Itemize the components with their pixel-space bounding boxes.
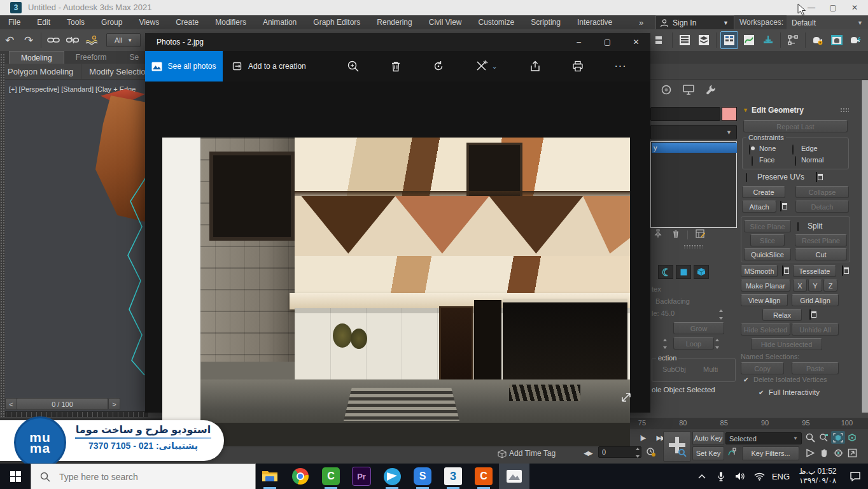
- named-selection-icon[interactable]: [652, 32, 668, 48]
- rollout-header[interactable]: ▼ Edit Geometry: [739, 104, 858, 116]
- max-close-button[interactable]: ✕: [844, 1, 865, 15]
- quickslice-button[interactable]: QuickSlice: [744, 248, 791, 260]
- multi-option[interactable]: Multi: [703, 365, 718, 373]
- workspace-dropdown[interactable]: Default ▼: [787, 15, 868, 29]
- key-selection-dropdown[interactable]: Selected ▼: [725, 432, 802, 444]
- ring-spinner[interactable]: [663, 337, 669, 350]
- set-key-button[interactable]: Set Key: [692, 446, 724, 460]
- menu-scripting[interactable]: Scripting: [522, 15, 569, 29]
- photos-minimize-button[interactable]: –: [564, 33, 593, 51]
- menu-file[interactable]: File: [0, 15, 29, 29]
- constraint-edge-radio[interactable]: [792, 145, 794, 155]
- max-maximize-button[interactable]: ▢: [822, 1, 844, 15]
- redo-icon[interactable]: ↷: [20, 32, 37, 48]
- sign-in-button[interactable]: Sign In ▼: [655, 15, 734, 30]
- photo-image[interactable]: [162, 138, 630, 446]
- undo-icon[interactable]: ↶: [1, 32, 18, 48]
- copy-button[interactable]: Copy: [741, 362, 784, 374]
- make-planar-button[interactable]: Make Planar: [741, 280, 790, 292]
- edit-photo-icon[interactable]: ⌄: [470, 55, 503, 77]
- key-filters-button[interactable]: Key Filters...: [742, 446, 799, 460]
- preserve-uvs-checkbox[interactable]: [746, 173, 747, 182]
- zoom-photo-icon[interactable]: [342, 55, 364, 77]
- paste-button[interactable]: Paste: [792, 362, 839, 374]
- full-interactivity-check-icon[interactable]: ✔: [759, 389, 764, 396]
- menu-customize[interactable]: Customize: [470, 15, 523, 29]
- next-frame-button[interactable]: |▶: [635, 431, 650, 444]
- render-production-icon[interactable]: [848, 32, 864, 48]
- split-checkbox[interactable]: [797, 222, 799, 231]
- pin-stack-icon[interactable]: [654, 229, 662, 240]
- planar-x-button[interactable]: X: [793, 280, 807, 292]
- modifier-stack[interactable]: y: [650, 141, 737, 228]
- ribbon-tab-freeform[interactable]: Freeform: [64, 51, 118, 64]
- tray-chevron-icon[interactable]: [692, 464, 711, 489]
- see-all-photos-button[interactable]: See all photos: [145, 51, 223, 82]
- menu-rendering[interactable]: Rendering: [368, 15, 420, 29]
- zoom-all-icon[interactable]: [817, 431, 831, 444]
- relax-settings-icon[interactable]: [809, 309, 811, 320]
- collapse-button[interactable]: Collapse: [795, 186, 849, 198]
- loop-button[interactable]: Loop: [673, 337, 714, 350]
- zoom-extents-icon[interactable]: [831, 431, 845, 444]
- tray-clock[interactable]: 01:52 ب.ظ ۱۳۹۹/۰۹/۰۸: [793, 467, 843, 486]
- object-color-swatch[interactable]: [722, 107, 737, 121]
- by-angle-spinner[interactable]: [719, 308, 725, 321]
- taskbar-search[interactable]: [31, 464, 256, 489]
- hide-unselected-button[interactable]: Hide Unselected: [751, 338, 822, 350]
- wifi-icon[interactable]: [750, 464, 769, 489]
- msmooth-settings-icon[interactable]: [782, 266, 783, 276]
- planar-y-button[interactable]: Y: [808, 280, 822, 292]
- menu-create[interactable]: Create: [167, 15, 207, 29]
- menu-animation[interactable]: Animation: [255, 15, 305, 29]
- taskbar-file-explorer[interactable]: [255, 464, 285, 489]
- schematic-view-icon[interactable]: [760, 32, 776, 48]
- taskbar-photos[interactable]: [499, 464, 529, 489]
- grow-button[interactable]: Grow: [673, 322, 724, 334]
- set-keys-button[interactable]: [663, 431, 691, 462]
- command-panel-scrollbar[interactable]: [861, 80, 868, 413]
- taskbar-camtasia[interactable]: C: [316, 464, 346, 489]
- object-name-field[interactable]: [650, 107, 720, 121]
- tessellate-settings-icon[interactable]: [842, 266, 843, 276]
- time-configuration-icon[interactable]: [644, 446, 658, 458]
- taskbar-3dsmax[interactable]: 3: [438, 464, 468, 489]
- menu-views[interactable]: Views: [130, 15, 167, 29]
- motion-tab-icon[interactable]: [661, 84, 672, 97]
- start-button[interactable]: [0, 464, 31, 489]
- search-input[interactable]: [58, 471, 239, 483]
- msmooth-button[interactable]: MSmooth: [741, 265, 778, 277]
- slice-button[interactable]: Slice: [750, 234, 785, 246]
- photos-maximize-button[interactable]: ▢: [593, 33, 622, 51]
- render-setup-icon[interactable]: [809, 32, 826, 48]
- action-center-icon[interactable]: [843, 464, 868, 489]
- menu-modifiers[interactable]: Modifiers: [207, 15, 255, 29]
- hide-selected-button[interactable]: Hide Selected: [741, 323, 790, 336]
- language-indicator[interactable]: ENG: [769, 464, 793, 489]
- element-subobject-icon[interactable]: [694, 265, 709, 279]
- menu-graph-editors[interactable]: Graph Editors: [305, 15, 368, 29]
- polygon-subobject-icon[interactable]: [676, 265, 691, 279]
- zoom-icon[interactable]: [803, 431, 817, 444]
- particle-view-icon[interactable]: [785, 32, 801, 48]
- configure-modifier-sets-icon[interactable]: [696, 229, 705, 240]
- repeat-last-button[interactable]: Repeat Last: [743, 120, 848, 132]
- unhide-all-button[interactable]: Unhide All: [792, 323, 839, 336]
- time-slider-prev-button[interactable]: <: [5, 398, 17, 410]
- curve-editor-icon[interactable]: [741, 32, 757, 48]
- ribbon-toggle-icon[interactable]: [720, 31, 738, 49]
- constraint-none-radio[interactable]: [749, 145, 750, 155]
- view-align-button[interactable]: View Align: [741, 294, 788, 306]
- add-time-tag[interactable]: Add Time Tag: [509, 449, 556, 458]
- zoom-extents-all-icon[interactable]: [845, 431, 859, 444]
- taskbar-orange-app[interactable]: C: [468, 464, 499, 489]
- frame-spinner[interactable]: [636, 446, 641, 459]
- add-to-creation-button[interactable]: Add to a creation: [232, 61, 306, 71]
- frame-nudge-icon[interactable]: ◀▶: [582, 446, 594, 459]
- share-photo-icon[interactable]: [524, 55, 546, 77]
- photo-resize-arrow-icon[interactable]: [621, 392, 631, 404]
- scene-explorer-icon[interactable]: [676, 32, 693, 48]
- rendered-frame-window-icon[interactable]: [829, 32, 845, 48]
- speaker-icon[interactable]: [731, 464, 750, 489]
- ribbon-tab-modeling[interactable]: Modeling: [9, 51, 64, 64]
